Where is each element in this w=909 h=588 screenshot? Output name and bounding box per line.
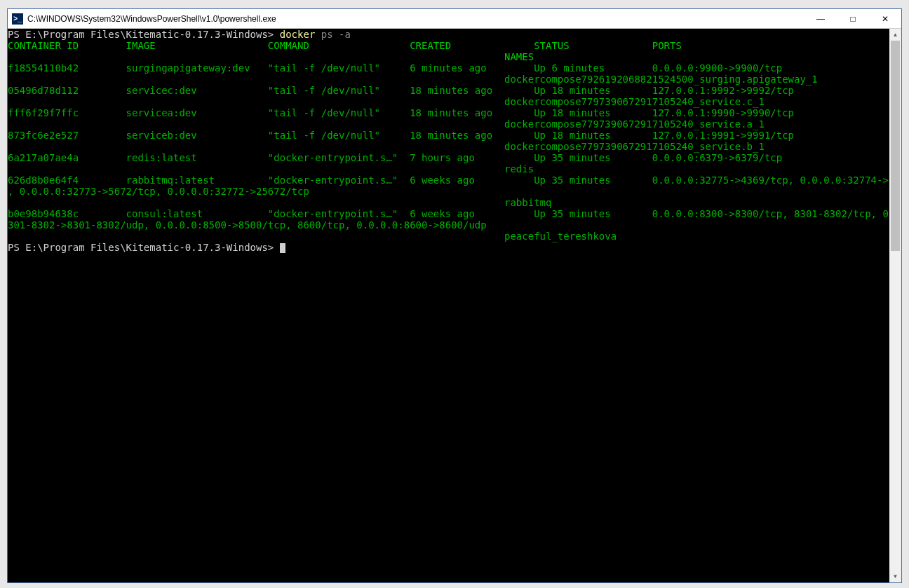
terminal-output[interactable]: PS E:\Program Files\Kitematic-0.17.3-Win… xyxy=(8,29,889,582)
maximize-button[interactable]: □ xyxy=(837,9,869,28)
scroll-thumb[interactable] xyxy=(891,41,900,251)
scroll-track[interactable] xyxy=(889,41,901,570)
vertical-scrollbar[interactable]: ▲ ▼ xyxy=(889,29,901,582)
window-controls: — □ ✕ xyxy=(804,9,901,28)
powershell-icon: >_ xyxy=(12,13,23,25)
powershell-window: >_ C:\WINDOWS\System32\WindowsPowerShell… xyxy=(7,8,902,583)
close-button[interactable]: ✕ xyxy=(869,9,901,28)
scroll-up-button[interactable]: ▲ xyxy=(889,29,901,41)
window-title: C:\WINDOWS\System32\WindowsPowerShell\v1… xyxy=(27,14,804,24)
terminal-area: PS E:\Program Files\Kitematic-0.17.3-Win… xyxy=(8,29,901,582)
scroll-down-button[interactable]: ▼ xyxy=(889,570,901,582)
minimize-button[interactable]: — xyxy=(804,9,837,28)
titlebar[interactable]: >_ C:\WINDOWS\System32\WindowsPowerShell… xyxy=(8,9,901,29)
